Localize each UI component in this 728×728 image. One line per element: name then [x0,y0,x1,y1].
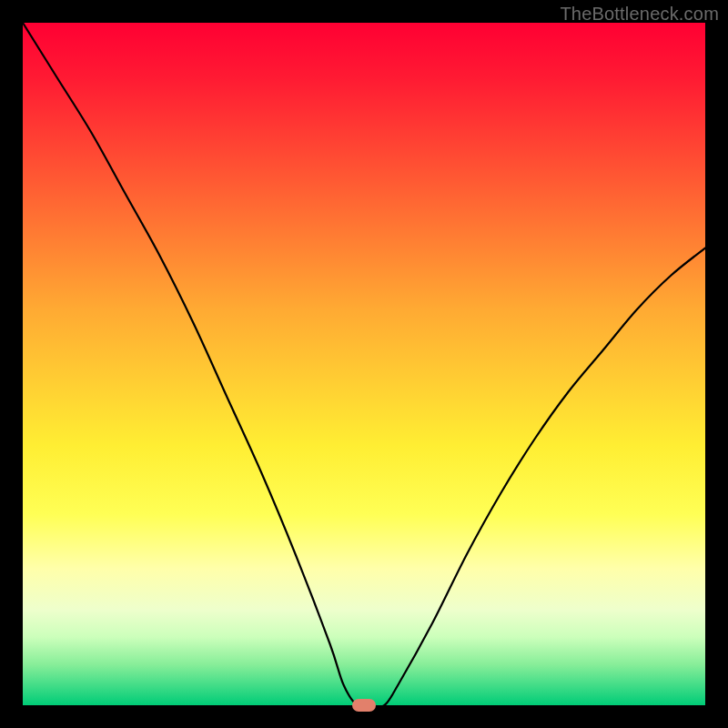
watermark-text: TheBottleneck.com [560,4,719,25]
optimal-marker [352,699,376,712]
bottleneck-curve [23,23,705,705]
plot-area [23,23,705,705]
chart-container: TheBottleneck.com [0,0,728,728]
